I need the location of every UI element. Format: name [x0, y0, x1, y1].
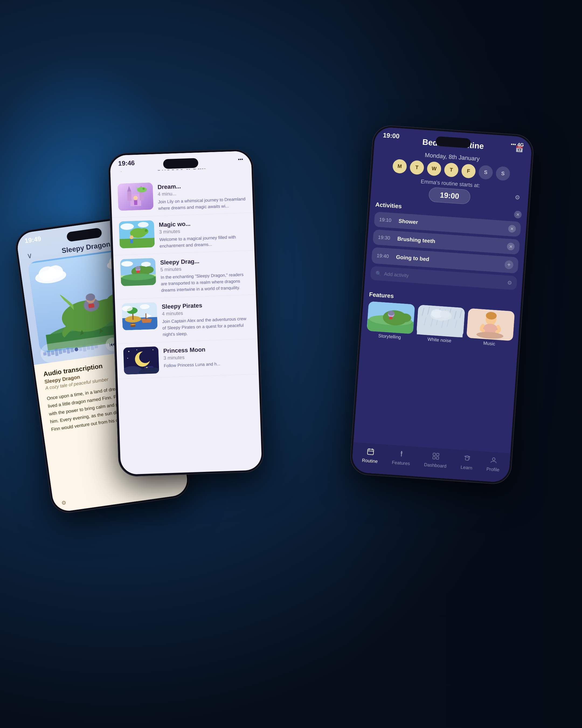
nav-item-dashboard[interactable]: Dashboard	[424, 451, 447, 469]
wave-bar	[47, 350, 51, 356]
activity-close-1[interactable]: ✕	[508, 225, 516, 233]
feature-storytelling[interactable]: Storytelling	[366, 301, 415, 341]
nav-item-features[interactable]: Features	[392, 449, 411, 466]
features-section: Features	[366, 291, 516, 348]
activity-name-3: Going to bed	[396, 254, 505, 267]
features-grid: Storytelling	[366, 301, 515, 348]
day-pill-f[interactable]: F	[461, 164, 476, 179]
nav-label-routine: Routine	[362, 458, 378, 464]
day-pill-m[interactable]: M	[392, 159, 408, 174]
signal-icon-mid: ▪▪▪	[238, 156, 243, 162]
story-item-1[interactable]: Dream... 4 minu... Join Lily on a whimsi…	[111, 175, 253, 217]
svg-rect-28	[134, 200, 137, 205]
waveform	[40, 342, 101, 359]
svg-rect-22	[139, 191, 144, 201]
wave-bar	[43, 352, 47, 356]
story-desc-5: Follow Princess Luna and h...	[164, 360, 252, 369]
status-icons-right: ▪▪▪ 4G	[510, 141, 524, 148]
story-thumb-3	[120, 258, 156, 286]
story-item-3[interactable]: Sleepy Drag... 5 minutes In the enchanti…	[113, 251, 256, 300]
story-item-2[interactable]: Magic wo... 3 minutes Welcome to a magic…	[112, 213, 255, 255]
wave-bar	[54, 348, 58, 356]
white-noise-thumb	[416, 305, 465, 338]
thumb-svg-1	[117, 183, 153, 211]
wave-bar	[66, 347, 70, 354]
day-pill-s2[interactable]: S	[496, 166, 510, 181]
thumb-svg-2	[119, 220, 155, 248]
story-thumb-5	[123, 346, 159, 374]
wave-bar	[94, 345, 98, 348]
phone-mid-screen: 19:46 ▪▪▪ ∨ Choose a St...	[110, 151, 262, 475]
thumb-svg-5	[123, 346, 159, 374]
music-thumb	[466, 308, 515, 341]
story-info-4: Sleepy Pirates 4 minutes Join Captain Al…	[162, 299, 251, 338]
nav-label-dashboard: Dashboard	[424, 462, 446, 469]
activity-add-3[interactable]: +	[504, 260, 514, 269]
svg-rect-47	[136, 270, 140, 273]
white-noise-svg	[416, 305, 465, 338]
nav-item-learn[interactable]: Learn	[461, 454, 473, 471]
story-info-5: Princess Moon 3 minutes Follow Princess …	[163, 343, 252, 369]
phones-container: 19:49 ▪▪▪ ∨ Sleepy Dragon	[0, 0, 582, 728]
story-item-5[interactable]: Princess Moon 3 minutes Follow Princess …	[116, 339, 259, 379]
profile-icon	[489, 456, 497, 466]
story-desc-3: In the enchanting "Sleepy Dragon," reade…	[161, 271, 249, 294]
time-right: 19:00	[383, 131, 399, 140]
time-mid: 19:46	[118, 159, 135, 167]
progress-dot	[74, 347, 79, 352]
feature-music[interactable]: Music	[466, 308, 515, 348]
activity-time-1: 19:10	[379, 217, 395, 224]
wave-bar	[51, 350, 55, 355]
nav-label-features: Features	[392, 460, 410, 466]
activity-name-2: Brushing teeth	[397, 235, 507, 249]
story-list: Dream... 4 minu... Join Lily on a whimsi…	[110, 172, 262, 475]
features-icon	[397, 449, 406, 460]
svg-rect-38	[130, 239, 133, 243]
story-thumb-4	[122, 302, 158, 330]
nav-item-routine[interactable]: Routine	[362, 447, 379, 464]
activities-close-icon[interactable]: ✕	[514, 211, 522, 219]
storytelling-thumb	[367, 301, 415, 334]
story-thumb-1	[117, 183, 153, 211]
story-info-2: Magic wo... 3 minutes Welcome to a magic…	[159, 217, 248, 250]
notch-mid	[163, 158, 198, 169]
activity-close-2[interactable]: ✕	[507, 242, 515, 251]
music-svg	[466, 308, 515, 341]
svg-rect-111	[433, 457, 436, 459]
wave-bar	[62, 349, 66, 353]
svg-point-114	[492, 458, 495, 461]
svg-rect-81	[389, 317, 393, 319]
feature-white-noise[interactable]: White noise	[416, 305, 465, 345]
routine-icon	[366, 447, 375, 457]
svg-rect-18	[88, 303, 94, 308]
day-pill-w[interactable]: W	[426, 161, 442, 176]
svg-rect-112	[436, 457, 439, 459]
day-pill-t2[interactable]: T	[444, 162, 459, 177]
day-pill-t1[interactable]: T	[410, 160, 425, 175]
story-item-4[interactable]: Sleepy Pirates 4 minutes Join Captain Al…	[115, 295, 257, 344]
activity-name-1: Shower	[398, 218, 508, 232]
filter-activities-icon[interactable]: ⚙	[507, 279, 512, 286]
wave-bar	[82, 345, 86, 352]
story-info-1: Dream... 4 minu... Join Lily on a whimsi…	[157, 179, 246, 212]
activities-section: Activities ✕ 19:10 Shower ✕ 19:30 Brushi…	[370, 201, 522, 293]
filter-icon[interactable]: ⚙	[515, 194, 521, 201]
activity-time-3: 19:40	[377, 253, 393, 259]
svg-line-108	[367, 451, 373, 451]
features-title: Features	[369, 291, 394, 300]
nav-item-profile[interactable]: Profile	[486, 456, 500, 473]
svg-line-113	[469, 457, 470, 460]
search-icon-activity: 🔍	[375, 270, 382, 277]
settings-icon[interactable]: ⚙	[61, 499, 67, 506]
storytelling-svg	[367, 301, 415, 334]
svg-rect-82	[417, 305, 465, 338]
signal-icon-right: ▪▪▪ 4G	[510, 141, 524, 148]
start-time-bubble[interactable]: 19:00	[428, 187, 471, 205]
thumb-svg-4	[122, 302, 158, 330]
wave-bar	[70, 347, 74, 353]
dashboard-icon	[432, 452, 440, 462]
bottom-nav: Routine Features	[351, 442, 510, 483]
day-pill-s1[interactable]: S	[478, 165, 493, 180]
activities-title: Activities	[375, 201, 402, 210]
thumb-svg-3	[120, 258, 156, 286]
